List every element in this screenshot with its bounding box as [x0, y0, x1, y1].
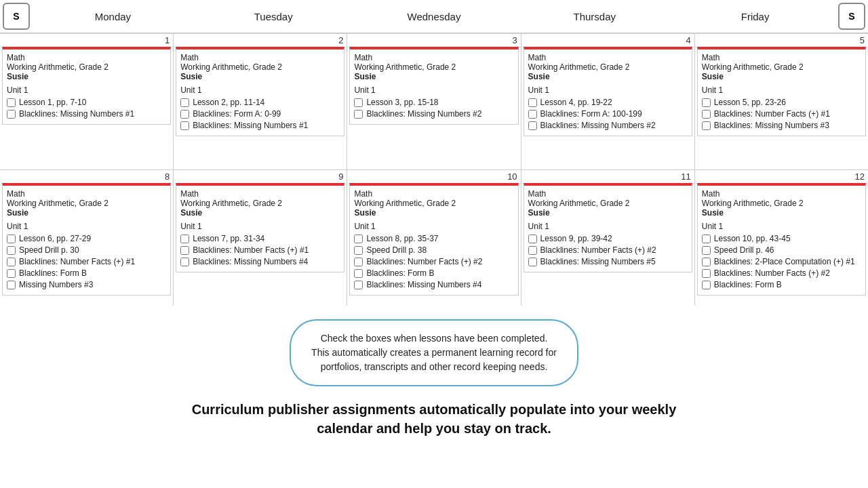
list-item: Blacklines: Missing Numbers #4 — [180, 257, 340, 266]
lesson-checkbox[interactable] — [7, 98, 16, 107]
lesson-card-10: Math Working Arithmetic, Grade 2 Susie U… — [349, 183, 518, 296]
lesson-checkbox[interactable] — [354, 98, 363, 107]
day-cell-1: 1 Math Working Arithmetic, Grade 2 Susie… — [0, 34, 174, 169]
list-item: Blacklines: Missing Numbers #1 — [180, 121, 340, 130]
lesson-checkbox[interactable] — [7, 246, 16, 255]
lesson-checkbox[interactable] — [702, 110, 711, 119]
day-number-5: 5 — [695, 34, 868, 45]
lesson-checkbox[interactable] — [528, 110, 537, 119]
lesson-checkbox[interactable] — [354, 258, 363, 266]
lesson-checkbox[interactable] — [702, 281, 711, 289]
lesson-checkbox[interactable] — [180, 235, 189, 243]
lesson-checkbox[interactable] — [528, 121, 537, 130]
lesson-card-1: Math Working Arithmetic, Grade 2 Susie U… — [2, 47, 171, 125]
lesson-checkbox[interactable] — [7, 258, 16, 266]
book-2: Working Arithmetic, Grade 2 — [180, 62, 340, 72]
student-11: Susie — [528, 208, 688, 218]
lesson-checkbox[interactable] — [702, 269, 711, 278]
lesson-card-12: Math Working Arithmetic, Grade 2 Susie U… — [697, 183, 866, 296]
lesson-checkbox[interactable] — [702, 246, 711, 255]
corner-right-button[interactable]: S — [838, 3, 865, 30]
list-item: Speed Drill p. 46 — [702, 245, 861, 255]
book-11: Working Arithmetic, Grade 2 — [528, 199, 688, 208]
list-item: Speed Drill p. 38 — [354, 245, 513, 255]
list-item: Blacklines: Number Facts (+) #1 — [7, 257, 166, 266]
list-item: Lesson 1, pp. 7-10 — [7, 98, 166, 107]
day-number-9: 9 — [174, 170, 347, 182]
subject-10: Math — [354, 189, 513, 199]
student-1: Susie — [7, 72, 166, 81]
lesson-checkbox[interactable] — [528, 258, 537, 266]
info-box: Check the boxes when lessons have been c… — [290, 319, 578, 386]
lesson-checkbox[interactable] — [180, 98, 189, 107]
day-cell-5: 5 Math Working Arithmetic, Grade 2 Susie… — [695, 34, 868, 169]
lesson-checkbox[interactable] — [354, 269, 363, 278]
lesson-checkbox[interactable] — [180, 246, 189, 255]
lesson-checkbox[interactable] — [354, 246, 363, 255]
lesson-checkbox[interactable] — [7, 281, 16, 289]
day-cell-3: 3 Math Working Arithmetic, Grade 2 Susie… — [347, 34, 521, 169]
lesson-checkbox[interactable] — [528, 246, 537, 255]
lesson-checkbox[interactable] — [7, 110, 16, 119]
list-item: Blacklines: 2-Place Computation (+) #1 — [702, 257, 861, 266]
list-item: Blacklines: Missing Numbers #2 — [528, 121, 688, 130]
list-item: Lesson 3, pp. 15-18 — [354, 98, 513, 107]
list-item: Blacklines: Missing Numbers #5 — [528, 257, 688, 266]
lesson-checkbox[interactable] — [354, 235, 363, 243]
day-cell-4: 4 Math Working Arithmetic, Grade 2 Susie… — [521, 34, 695, 169]
unit-8: Unit 1 — [7, 222, 166, 231]
lesson-checkbox[interactable] — [702, 258, 711, 266]
list-item: Blacklines: Missing Numbers #1 — [7, 109, 166, 119]
list-item: Blacklines: Form A: 100-199 — [528, 109, 688, 119]
day-header-tuesday: Tuesday — [193, 4, 354, 29]
bottom-text: Curriculum publisher assignments automat… — [0, 393, 868, 451]
lesson-card-3: Math Working Arithmetic, Grade 2 Susie U… — [349, 47, 518, 125]
day-number-4: 4 — [521, 34, 694, 45]
list-item: Blacklines: Number Facts (+) #2 — [354, 257, 513, 266]
lesson-checkbox[interactable] — [180, 121, 189, 130]
day-header-thursday: Thursday — [514, 4, 675, 29]
corner-left-button[interactable]: S — [3, 3, 30, 30]
unit-10: Unit 1 — [354, 222, 513, 231]
lesson-checkbox[interactable] — [702, 98, 711, 107]
list-item: Blacklines: Number Facts (+) #2 — [528, 245, 688, 255]
list-item: Blacklines: Number Facts (+) #1 — [702, 109, 861, 119]
list-item: Lesson 7, pp. 31-34 — [180, 234, 340, 243]
student-8: Susie — [7, 208, 166, 218]
lesson-checkbox[interactable] — [702, 121, 711, 130]
lesson-checkbox[interactable] — [7, 269, 16, 278]
lesson-checkbox[interactable] — [528, 98, 537, 107]
student-4: Susie — [528, 72, 688, 81]
lesson-checkbox[interactable] — [354, 281, 363, 289]
lesson-card-5: Math Working Arithmetic, Grade 2 Susie U… — [697, 47, 866, 136]
lesson-checkbox[interactable] — [354, 110, 363, 119]
lesson-checkbox[interactable] — [180, 258, 189, 266]
unit-12: Unit 1 — [702, 222, 861, 231]
lesson-card-2: Math Working Arithmetic, Grade 2 Susie U… — [176, 47, 344, 136]
unit-11: Unit 1 — [528, 222, 688, 231]
lesson-card-8: Math Working Arithmetic, Grade 2 Susie U… — [2, 183, 171, 296]
list-item: Lesson 4, pp. 19-22 — [528, 98, 688, 107]
day-number-11: 11 — [521, 170, 694, 182]
lesson-checkbox[interactable] — [7, 235, 16, 243]
subject-3: Math — [354, 53, 513, 62]
day-cell-2: 2 Math Working Arithmetic, Grade 2 Susie… — [174, 34, 347, 169]
list-item: Lesson 10, pp. 43-45 — [702, 234, 861, 243]
day-cell-12: 12 Math Working Arithmetic, Grade 2 Susi… — [695, 170, 868, 306]
lesson-checkbox[interactable] — [528, 235, 537, 243]
student-10: Susie — [354, 208, 513, 218]
day-header-monday: Monday — [33, 4, 193, 29]
day-cell-11: 11 Math Working Arithmetic, Grade 2 Susi… — [521, 170, 695, 306]
unit-5: Unit 1 — [702, 85, 861, 95]
list-item: Blacklines: Form A: 0-99 — [180, 109, 340, 119]
student-3: Susie — [354, 72, 513, 81]
unit-3: Unit 1 — [354, 85, 513, 95]
lesson-checkbox[interactable] — [702, 235, 711, 243]
list-item: Blacklines: Form B — [7, 268, 166, 278]
subject-11: Math — [528, 189, 688, 199]
day-header-friday: Friday — [675, 4, 835, 29]
list-item: Lesson 6, pp. 27-29 — [7, 234, 166, 243]
subject-4: Math — [528, 53, 688, 62]
calendar-header: S Monday Tuesday Wednesday Thursday Frid… — [0, 0, 868, 33]
lesson-checkbox[interactable] — [180, 110, 189, 119]
